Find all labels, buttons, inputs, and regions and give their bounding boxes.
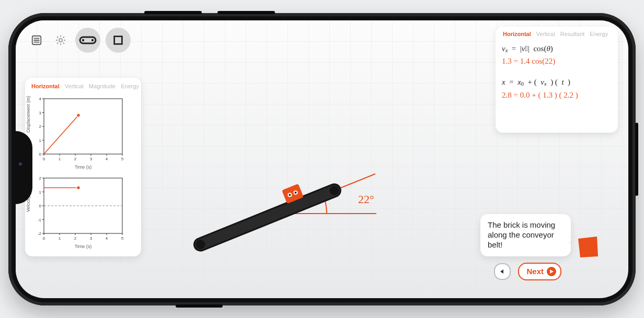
- eq-tab-energy[interactable]: Energy: [590, 31, 608, 37]
- nav-controls: Next: [494, 263, 561, 280]
- hardware-button-volume-down: [217, 11, 275, 14]
- svg-rect-76: [282, 183, 304, 204]
- svg-text:2: 2: [39, 176, 42, 181]
- device-frame: Horizontal Vertical Magnitude Energy Dis…: [8, 13, 636, 305]
- settings-button[interactable]: [51, 31, 70, 50]
- square-icon: [112, 34, 124, 46]
- next-button[interactable]: Next: [518, 263, 561, 280]
- notch: [16, 131, 32, 204]
- eq-tab-resultant[interactable]: Resultant: [560, 31, 584, 37]
- svg-text:5: 5: [121, 157, 124, 161]
- velocity-graph: Velocity (m/s) 012345-2-1012 Time (s): [30, 175, 136, 249]
- svg-point-66: [77, 186, 80, 189]
- hint-bubble: The brick is moving along the conveyor b…: [480, 214, 571, 256]
- play-icon: [547, 267, 556, 276]
- svg-point-80: [294, 191, 297, 194]
- menu-icon: [31, 34, 42, 46]
- eq-vx: vx = |v⃗| cos(θ) 1.3 = 1.4 cos(22): [502, 42, 612, 68]
- svg-rect-72: [192, 182, 342, 253]
- svg-text:-2: -2: [38, 231, 42, 236]
- svg-text:1: 1: [39, 138, 42, 143]
- svg-point-74: [194, 238, 206, 250]
- hardware-button-power: [635, 123, 638, 196]
- eq-x: x = x0 + ( vx ) ( t ) 2.8 = 0.0 + ( 1.3 …: [502, 76, 612, 101]
- svg-text:5: 5: [121, 236, 124, 241]
- graph-tab-energy[interactable]: Energy: [121, 83, 139, 89]
- svg-point-41: [77, 113, 80, 116]
- svg-text:0: 0: [43, 236, 45, 241]
- equations-panel: Horizontal Vertical Resultant Energy vx …: [496, 27, 618, 133]
- svg-point-15: [91, 39, 94, 41]
- svg-text:3: 3: [39, 110, 42, 115]
- svg-point-79: [293, 190, 298, 195]
- svg-text:2: 2: [74, 236, 77, 241]
- svg-line-10: [63, 42, 64, 43]
- angle-label: 22°: [358, 193, 374, 206]
- hardware-button-action: [176, 304, 223, 308]
- hardware-button-volume-up: [144, 11, 202, 14]
- svg-text:0: 0: [43, 157, 45, 161]
- svg-point-78: [289, 193, 291, 196]
- graph-tab-horizontal[interactable]: Horizontal: [31, 83, 60, 89]
- displacement-xlabel: Time (s): [30, 164, 136, 170]
- conveyor-icon: [79, 35, 97, 45]
- toolbar: [27, 28, 131, 53]
- eq-tab-horizontal[interactable]: Horizontal: [503, 31, 531, 37]
- graph-tab-vertical[interactable]: Vertical: [65, 83, 84, 89]
- svg-text:-1: -1: [38, 217, 42, 222]
- equation-tabs: Horizontal Vertical Resultant Energy: [502, 31, 612, 40]
- svg-point-14: [82, 39, 84, 41]
- svg-line-9: [57, 37, 58, 38]
- svg-text:4: 4: [39, 97, 42, 101]
- eq-tab-vertical[interactable]: Vertical: [536, 31, 555, 37]
- svg-text:4: 4: [106, 236, 108, 241]
- svg-point-77: [287, 192, 292, 197]
- graphs-panel: Horizontal Vertical Magnitude Energy Dis…: [25, 78, 141, 256]
- svg-text:3: 3: [90, 236, 93, 241]
- prev-button[interactable]: [494, 263, 511, 280]
- graph-tabs: Horizontal Vertical Magnitude Energy: [30, 83, 136, 92]
- mascot-brick: [576, 235, 599, 258]
- svg-text:2: 2: [39, 124, 42, 129]
- svg-marker-68: [500, 269, 503, 274]
- svg-text:1: 1: [59, 236, 61, 241]
- svg-text:0: 0: [39, 152, 42, 157]
- block-tool-button[interactable]: [106, 28, 131, 53]
- displacement-ylabel: Displacement (m): [26, 96, 31, 133]
- graph-tab-magnitude[interactable]: Magnitude: [89, 83, 116, 89]
- svg-line-11: [57, 42, 58, 43]
- svg-line-71: [277, 174, 375, 214]
- svg-text:3: 3: [90, 157, 93, 161]
- svg-text:1: 1: [59, 157, 61, 161]
- phone-screen: Horizontal Vertical Magnitude Energy Dis…: [16, 20, 628, 298]
- svg-marker-67: [578, 237, 598, 257]
- svg-line-12: [63, 37, 64, 38]
- next-label: Next: [526, 267, 544, 276]
- svg-text:4: 4: [106, 157, 108, 161]
- conveyor-tool-button[interactable]: [75, 28, 100, 53]
- svg-rect-16: [114, 36, 122, 44]
- hint-text: The brick is moving along the conveyor b…: [488, 220, 555, 249]
- svg-point-4: [59, 38, 62, 41]
- svg-point-75: [328, 184, 340, 196]
- svg-rect-17: [44, 99, 122, 154]
- svg-marker-69: [550, 269, 554, 274]
- displacement-graph: Displacement (m) 01234501234 Time (s): [30, 96, 136, 170]
- svg-text:2: 2: [74, 157, 77, 161]
- gear-icon: [55, 34, 66, 46]
- velocity-xlabel: Time (s): [30, 244, 136, 249]
- svg-text:1: 1: [39, 190, 42, 194]
- svg-rect-73: [192, 182, 342, 253]
- menu-button[interactable]: [27, 31, 46, 50]
- svg-text:0: 0: [39, 204, 42, 208]
